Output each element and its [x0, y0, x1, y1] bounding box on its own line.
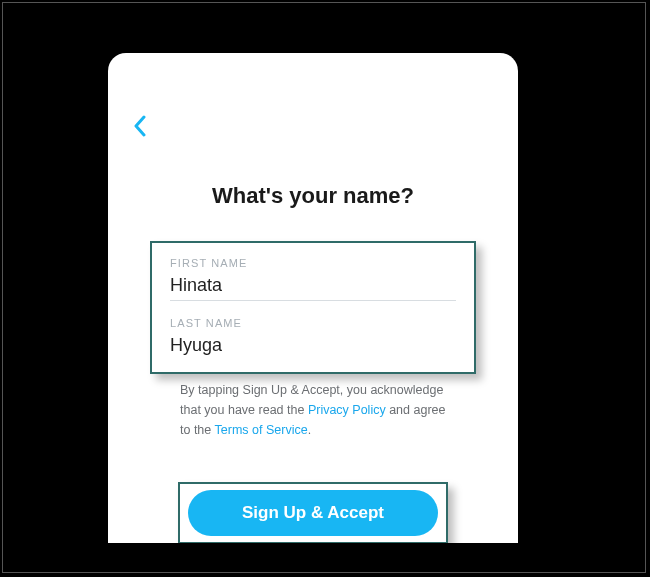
first-name-field: FIRST NAME [170, 257, 456, 301]
signup-accept-button[interactable]: Sign Up & Accept [188, 490, 438, 536]
name-input-group: FIRST NAME LAST NAME [150, 241, 476, 374]
first-name-input[interactable] [170, 275, 456, 301]
cta-highlight-frame: Sign Up & Accept [178, 482, 448, 543]
last-name-input[interactable] [170, 335, 456, 360]
signup-name-screen: What's your name? FIRST NAME LAST NAME B… [108, 53, 518, 543]
page-title: What's your name? [108, 183, 518, 209]
terms-of-service-link[interactable]: Terms of Service [215, 423, 308, 437]
chevron-left-icon [133, 115, 147, 137]
first-name-label: FIRST NAME [170, 257, 456, 269]
legal-period: . [308, 423, 311, 437]
legal-text: By tapping Sign Up & Accept, you acknowl… [180, 380, 458, 440]
last-name-label: LAST NAME [170, 317, 456, 329]
privacy-policy-link[interactable]: Privacy Policy [308, 403, 386, 417]
back-button[interactable] [133, 115, 147, 141]
last-name-field: LAST NAME [170, 317, 456, 360]
viewport-frame: What's your name? FIRST NAME LAST NAME B… [2, 2, 646, 573]
